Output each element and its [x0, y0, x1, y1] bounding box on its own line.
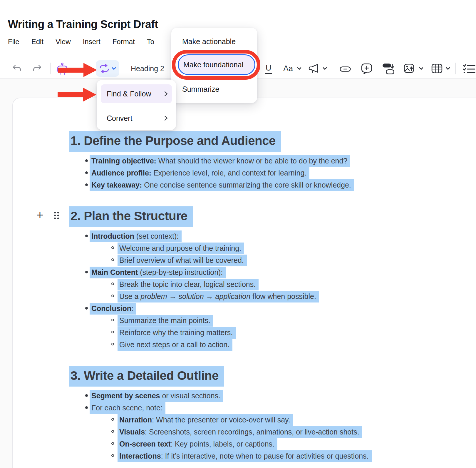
- convert-style-button[interactable]: [96, 60, 119, 77]
- insert-template-button[interactable]: [382, 63, 395, 74]
- menu-insert[interactable]: Insert: [83, 38, 100, 46]
- bullet-circle-icon: [111, 442, 114, 445]
- list-item: Key takeaway: One concise sentence summa…: [69, 179, 476, 191]
- list-item-text[interactable]: Reinforce why the training matters.: [118, 327, 236, 339]
- list-item-text[interactable]: Interactions: If it’s interactive, note …: [118, 450, 372, 462]
- chevron-down-icon: [419, 67, 423, 70]
- list-item-text[interactable]: Audience profile: Experience level, role…: [90, 167, 309, 179]
- list-item-text[interactable]: Give next steps or a call to action.: [118, 339, 232, 351]
- toolbar-divider: [123, 63, 123, 74]
- text-style-dropdown[interactable]: Aa: [283, 59, 301, 78]
- ai-assistant-button[interactable]: [56, 62, 69, 76]
- list-item: Introduction (set context):: [69, 230, 476, 242]
- list-item: On-screen text: Key points, labels, or c…: [69, 438, 476, 450]
- list-item-text[interactable]: Conclusion:: [90, 303, 136, 315]
- bullet-dot-icon: [85, 394, 88, 397]
- list-item: Give next steps or a call to action.: [69, 339, 476, 351]
- toolbar-divider: [455, 63, 456, 74]
- list-item-text[interactable]: On-screen text: Key points, labels, or c…: [118, 438, 277, 450]
- section-heading-row: +2. Plan the Structure: [69, 206, 476, 227]
- add-block-button[interactable]: +: [34, 208, 46, 222]
- chevron-down-icon: [112, 67, 116, 70]
- link-icon: [340, 66, 351, 72]
- list-item: Narration: What the presenter or voice-o…: [69, 414, 476, 426]
- list-item-text[interactable]: Main Content (step-by-step instruction):: [90, 267, 226, 278]
- page-title[interactable]: Writing a Training Script Draft: [8, 18, 158, 31]
- document-section: +2. Plan the StructureIntroduction (set …: [69, 206, 476, 351]
- list-item-text[interactable]: Summarize the main points.: [118, 315, 213, 327]
- bullet-list: Introduction (set context):Welcome and p…: [69, 230, 476, 351]
- bullet-dot-icon: [85, 235, 88, 237]
- list-item-text[interactable]: Key takeaway: One concise sentence summa…: [90, 179, 354, 191]
- document-page[interactable]: 1. Define the Purpose and AudienceTraini…: [12, 98, 476, 468]
- list-item: Interactions: If it’s interactive, note …: [69, 450, 476, 462]
- bullet-circle-icon: [111, 418, 114, 421]
- list-item-text[interactable]: Brief overview of what will be covered.: [118, 255, 247, 266]
- list-item: Brief overview of what will be covered.: [69, 254, 476, 266]
- bullet-list: Training objective: What should the view…: [69, 155, 476, 191]
- bullet-list: Segment by scenes or visual sections.For…: [69, 390, 476, 462]
- list-item-text[interactable]: Narration: What the presenter or voice-o…: [118, 414, 293, 426]
- list-item-text[interactable]: For each scene, note:: [90, 402, 165, 414]
- menu-item-make-foundational[interactable]: Make foundational: [178, 54, 255, 75]
- bullet-circle-icon: [111, 283, 114, 285]
- bullet-dot-icon: [85, 271, 88, 273]
- section-heading[interactable]: 3. Write a Detailed Outline: [69, 366, 224, 387]
- section-heading[interactable]: 1. Define the Purpose and Audience: [69, 131, 281, 152]
- bullet-dot-icon: [85, 307, 88, 310]
- menu-to[interactable]: To: [147, 38, 154, 46]
- section-heading-row: 3. Write a Detailed Outline: [69, 366, 476, 387]
- menu-file[interactable]: File: [8, 38, 19, 46]
- ai-robot-icon: [56, 62, 69, 76]
- insert-table-dropdown[interactable]: [431, 63, 450, 73]
- list-item: Use a problem → solution → application f…: [69, 290, 476, 302]
- undo-icon: [12, 64, 22, 72]
- undo-button[interactable]: [12, 64, 22, 72]
- menu-item-summarize[interactable]: Summarize: [182, 85, 219, 93]
- insert-block-icon: [382, 63, 395, 74]
- list-item-text[interactable]: Break the topic into clear, logical sect…: [118, 279, 259, 290]
- menu-item-convert[interactable]: Convert: [101, 109, 172, 128]
- chevron-right-icon: [164, 91, 168, 96]
- announce-dropdown[interactable]: [308, 63, 327, 73]
- convert-context-menu: Find & Follow Convert: [97, 80, 176, 130]
- chevron-down-icon: [323, 67, 327, 70]
- list-item-text[interactable]: Introduction (set context):: [90, 230, 182, 242]
- menu-format[interactable]: Format: [113, 38, 135, 46]
- insert-image-dropdown[interactable]: [404, 63, 423, 73]
- list-item: Break the topic into clear, logical sect…: [69, 278, 476, 290]
- underline-button[interactable]: U: [265, 59, 272, 78]
- bullet-dot-icon: [85, 171, 88, 174]
- bullet-circle-icon: [111, 343, 114, 345]
- menu-edit[interactable]: Edit: [31, 38, 43, 46]
- list-item-text[interactable]: Welcome and purpose of the training.: [118, 243, 244, 254]
- image-upload-icon: [404, 63, 415, 73]
- checklist-icon: [462, 63, 475, 74]
- bullet-circle-icon: [111, 331, 114, 333]
- megaphone-icon: [308, 63, 320, 73]
- list-item: Training objective: What should the view…: [69, 155, 476, 167]
- menu-item-find-follow[interactable]: Find & Follow: [101, 84, 172, 103]
- heading-style-dropdown[interactable]: Heading 2: [131, 59, 164, 78]
- redo-icon: [32, 64, 42, 72]
- list-item: For each scene, note:: [69, 402, 476, 414]
- drag-handle[interactable]: [54, 212, 59, 219]
- checklist-button[interactable]: [462, 63, 475, 74]
- list-item-text[interactable]: Visuals: Screenshots, screen recordings,…: [118, 426, 362, 438]
- redo-button[interactable]: [32, 64, 42, 72]
- section-heading[interactable]: 2. Plan the Structure: [69, 206, 193, 227]
- window-top-divider: [0, 10, 476, 10]
- list-item: Reinforce why the training matters.: [69, 327, 476, 339]
- add-comment-button[interactable]: [361, 63, 372, 74]
- menubar: FileEditViewInsertFormatTo: [8, 38, 154, 46]
- menu-item-make-actionable[interactable]: Make actionable: [182, 37, 236, 46]
- list-item: Visuals: Screenshots, screen recordings,…: [69, 426, 476, 438]
- insert-link-button[interactable]: [340, 66, 351, 72]
- list-item-text[interactable]: Use a problem → solution → application f…: [118, 291, 319, 302]
- menu-view[interactable]: View: [56, 38, 71, 46]
- document-section: 1. Define the Purpose and AudienceTraini…: [69, 131, 476, 191]
- list-item-text[interactable]: Training objective: What should the view…: [90, 155, 350, 167]
- list-item: Segment by scenes or visual sections.: [69, 390, 476, 402]
- section-heading-row: 1. Define the Purpose and Audience: [69, 131, 476, 152]
- list-item-text[interactable]: Segment by scenes or visual sections.: [90, 390, 223, 402]
